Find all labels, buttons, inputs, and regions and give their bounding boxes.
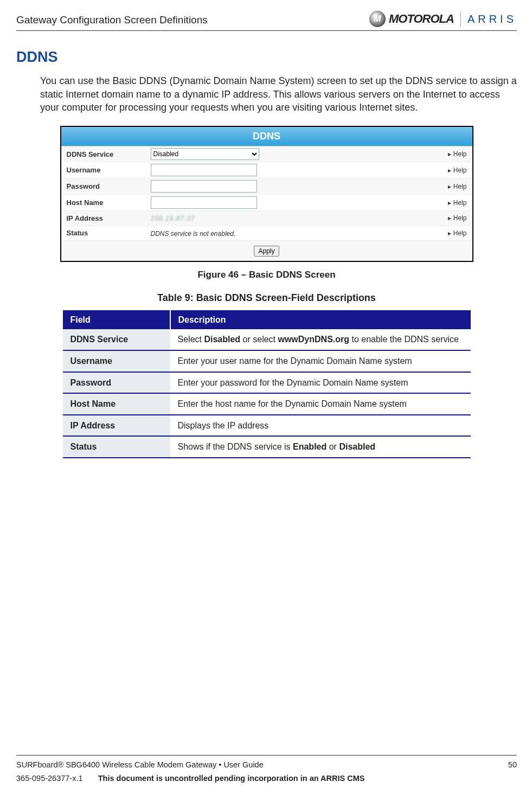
help-link[interactable]: Help	[424, 183, 467, 190]
footer-product-line: SURFboard® SBG6400 Wireless Cable Modem …	[16, 760, 264, 771]
page-footer: SURFboard® SBG6400 Wireless Cable Modem …	[16, 755, 517, 784]
ip-address-value: 208.19.87.37	[151, 215, 195, 222]
table-row: DDNS Service Select Disabled or select w…	[63, 329, 471, 350]
th-description: Description	[170, 310, 471, 330]
help-link[interactable]: Help	[424, 229, 467, 237]
field-descriptions-table: Field Description DDNS Service Select Di…	[63, 310, 471, 458]
field-name: Status	[63, 436, 170, 458]
help-link[interactable]: Help	[424, 199, 467, 207]
ddns-panel-title: DDNS	[61, 127, 472, 146]
table-row: Host Name Enter the host name for the Dy…	[63, 393, 471, 415]
field-name: Password	[63, 372, 170, 394]
table-row: IP Address Displays the IP address	[63, 415, 471, 437]
footer-notice-line: 365-095-26377-x.1 This document is uncon…	[16, 773, 517, 784]
ddns-row-hostname: Host Name Help	[61, 195, 472, 211]
ddns-row-password: Password Help	[61, 178, 472, 195]
field-name: DDNS Service	[63, 329, 170, 350]
brand-logos: MOTOROLA ARRIS	[369, 11, 517, 27]
ddns-label-ip: IP Address	[67, 214, 151, 222]
arris-wordmark: ARRIS	[467, 13, 517, 25]
intro-paragraph: You can use the Basic DDNS (Dynamic Doma…	[40, 74, 517, 114]
ddns-label-username: Username	[67, 166, 151, 174]
ddns-label-password: Password	[67, 182, 151, 190]
ddns-row-username: Username Help	[61, 162, 472, 178]
ddns-row-service: DDNS Service Disabled Help	[61, 146, 472, 162]
table-row: Username Enter your user name for the Dy…	[63, 350, 471, 372]
figure-caption: Figure 46 – Basic DDNS Screen	[16, 270, 517, 280]
password-input[interactable]	[151, 180, 257, 193]
th-field: Field	[63, 310, 170, 330]
page-header-title: Gateway Configuration Screen Definitions	[16, 13, 208, 27]
help-link[interactable]: Help	[424, 150, 467, 158]
field-desc: Enter your user name for the Dynamic Dom…	[170, 350, 471, 372]
logo-divider	[460, 11, 461, 27]
ddns-screenshot: DDNS DDNS Service Disabled Help Username…	[60, 126, 473, 262]
table-caption: Table 9: Basic DDNS Screen-Field Descrip…	[16, 292, 517, 304]
username-input[interactable]	[151, 164, 257, 176]
table-row: Password Enter your password for the Dyn…	[63, 372, 471, 394]
field-desc: Shows if the DDNS service is Enabled or …	[170, 436, 471, 458]
status-value: DDNS service is not enabled.	[151, 230, 236, 238]
help-link[interactable]: Help	[424, 214, 467, 222]
field-name: IP Address	[63, 415, 170, 437]
field-desc: Select Disabled or select wwwDynDNS.org …	[170, 329, 471, 350]
field-desc: Enter your password for the Dynamic Doma…	[170, 372, 471, 394]
page-header: Gateway Configuration Screen Definitions…	[16, 11, 517, 31]
ddns-label-hostname: Host Name	[67, 198, 151, 207]
motorola-wordmark: MOTOROLA	[389, 12, 454, 26]
motorola-m-icon	[369, 11, 386, 27]
help-link[interactable]: Help	[424, 167, 467, 174]
ddns-apply-row: Apply	[61, 241, 472, 261]
field-name: Host Name	[63, 393, 170, 415]
ddns-label-service: DDNS Service	[67, 150, 151, 158]
hostname-input[interactable]	[151, 196, 257, 209]
table-row: Status Shows if the DDNS service is Enab…	[63, 436, 471, 458]
bullet-icon: •	[219, 760, 221, 769]
apply-button[interactable]: Apply	[254, 246, 279, 257]
field-desc: Displays the IP address	[170, 415, 471, 437]
section-title: DDNS	[16, 47, 517, 67]
ddns-row-status: Status DDNS service is not enabled. Help	[61, 226, 472, 241]
ddns-row-ip: IP Address 208.19.87.37 Help	[61, 211, 472, 226]
field-name: Username	[63, 350, 170, 372]
page-number: 50	[508, 760, 517, 771]
ddns-label-status: Status	[67, 229, 151, 237]
ddns-service-select[interactable]: Disabled	[151, 148, 259, 160]
field-desc: Enter the host name for the Dynamic Doma…	[170, 393, 471, 415]
